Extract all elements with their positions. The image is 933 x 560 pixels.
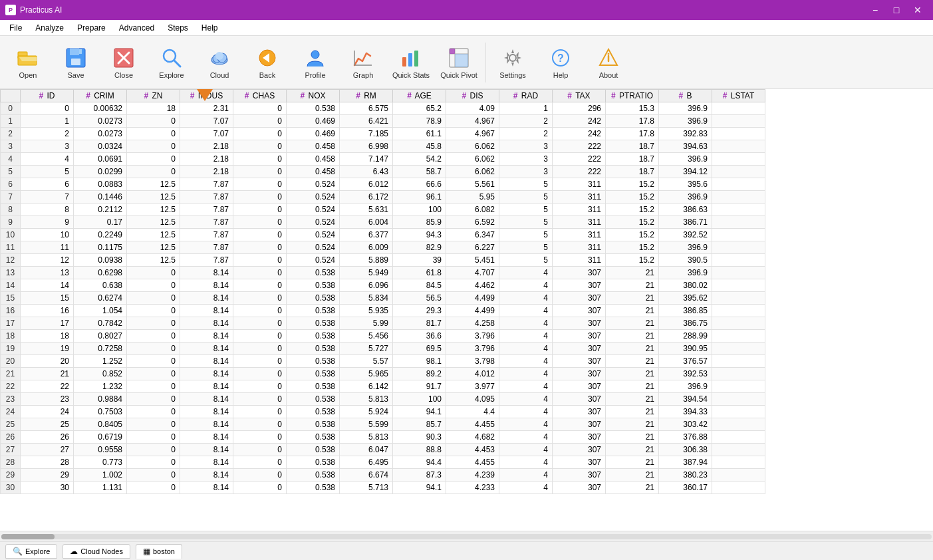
- row-index-cell: 22: [1, 380, 21, 393]
- menu-help[interactable]: Help: [195, 20, 225, 35]
- cell-indus: 7.87: [180, 204, 233, 216]
- menu-advanced[interactable]: Advanced: [112, 20, 161, 35]
- cell-indus: 8.14: [180, 279, 233, 292]
- cell-lstat: [712, 444, 765, 456]
- graph-label: Graph: [353, 71, 374, 79]
- col-header-ptratio[interactable]: # PTRATIO: [606, 90, 659, 102]
- hscrollbar[interactable]: [0, 531, 933, 541]
- col-header-dis[interactable]: # DIS: [446, 90, 499, 102]
- col-header-indus[interactable]: # INDUS: [180, 90, 233, 102]
- explore-button[interactable]: Explore: [149, 39, 194, 86]
- cell-zn: 12.5: [127, 216, 180, 229]
- profile-button[interactable]: Profile: [293, 39, 338, 86]
- cell-age: 66.6: [393, 178, 446, 191]
- col-header-tax[interactable]: # TAX: [553, 90, 606, 102]
- graph-button[interactable]: Graph: [340, 39, 386, 86]
- about-button[interactable]: About: [586, 39, 631, 86]
- cell-nox: 0.538: [287, 380, 340, 393]
- cell-b: 392.53: [659, 368, 712, 380]
- menu-analyze[interactable]: Analyze: [29, 20, 70, 35]
- cell-ptratio: 21: [606, 482, 659, 494]
- cell-chas: 0: [233, 216, 287, 229]
- close-button[interactable]: ✕: [908, 3, 928, 17]
- cell-lstat: [712, 380, 765, 393]
- settings-button[interactable]: Settings: [490, 39, 535, 86]
- col-header-lstat[interactable]: # LSTAT: [712, 90, 765, 102]
- titlebar: P Practicus AI − □ ✕: [0, 0, 933, 20]
- maximize-button[interactable]: □: [886, 3, 906, 17]
- table-row: 17170.784208.1400.5385.9981.74.258430721…: [1, 317, 765, 330]
- cell-lstat: [712, 229, 765, 241]
- cell-ptratio: 21: [606, 380, 659, 393]
- menu-file[interactable]: File: [3, 20, 29, 35]
- row-index-cell: 23: [1, 393, 21, 406]
- cell-rad: 4: [499, 368, 553, 380]
- col-header-crim[interactable]: # CRIM: [74, 90, 127, 102]
- table-row: 990.1712.57.8700.5246.00485.96.592531115…: [1, 216, 765, 229]
- table-row: 29291.00208.1400.5386.67487.34.239430721…: [1, 469, 765, 482]
- cell-age: 94.4: [393, 456, 446, 469]
- quickstats-button[interactable]: Quick Stats: [388, 39, 434, 86]
- col-header-zn[interactable]: # ZN: [127, 90, 180, 102]
- cell-nox: 0.458: [287, 166, 340, 178]
- cell-dis: 6.082: [446, 204, 499, 216]
- cell-rad: 4: [499, 431, 553, 444]
- cell-rad: 5: [499, 191, 553, 204]
- row-index-cell: 0: [1, 102, 21, 115]
- table-row: 000.00632182.3100.5386.57565.24.09129615…: [1, 102, 765, 115]
- table-row: 19190.725808.1400.5385.72769.53.79643072…: [1, 343, 765, 355]
- back-button[interactable]: Back: [245, 39, 290, 86]
- row-index-cell: 2: [1, 128, 21, 140]
- cell-tax: 307: [553, 343, 606, 355]
- col-header-rm[interactable]: # RM: [340, 90, 393, 102]
- col-header-chas[interactable]: # CHAS: [233, 90, 287, 102]
- quickpivot-button[interactable]: Quick Pivot: [436, 39, 481, 86]
- cloud-button[interactable]: Cloud: [197, 39, 242, 86]
- cell-age: 96.1: [393, 191, 446, 204]
- help-button[interactable]: ? Help: [538, 39, 583, 86]
- save-button[interactable]: Save: [53, 39, 98, 86]
- cell-zn: 0: [127, 317, 180, 330]
- close-btn[interactable]: Close: [101, 39, 146, 86]
- open-button[interactable]: Open: [5, 39, 51, 86]
- cell-id: 20: [21, 355, 74, 368]
- cell-zn: 18: [127, 102, 180, 115]
- cell-rad: 4: [499, 317, 553, 330]
- cell-b: 376.57: [659, 355, 712, 368]
- cell-chas: 0: [233, 393, 287, 406]
- col-header-rad[interactable]: # RAD: [499, 90, 553, 102]
- cell-rm: 5.57: [340, 355, 393, 368]
- cell-crim: 0.6274: [74, 292, 127, 305]
- table-scroll[interactable]: # ID # CRIM # ZN # INDUS # CHAS # NOX # …: [0, 89, 933, 531]
- col-header-id[interactable]: # ID: [21, 90, 74, 102]
- cell-rm: 5.813: [340, 431, 393, 444]
- cell-dis: 6.347: [446, 229, 499, 241]
- minimize-button[interactable]: −: [865, 3, 885, 17]
- col-header-nox[interactable]: # NOX: [287, 90, 340, 102]
- table-row: 12120.093812.57.8700.5245.889395.4515311…: [1, 254, 765, 267]
- col-header-age[interactable]: # AGE: [393, 90, 446, 102]
- menu-prepare[interactable]: Prepare: [70, 20, 112, 35]
- row-index-cell: 4: [1, 153, 21, 166]
- col-header-b[interactable]: # B: [659, 90, 712, 102]
- cell-chas: 0: [233, 102, 287, 115]
- cell-chas: 0: [233, 317, 287, 330]
- menu-steps[interactable]: Steps: [161, 20, 195, 35]
- tab-explore[interactable]: 🔍 Explore: [5, 544, 57, 559]
- cell-indus: 8.14: [180, 330, 233, 343]
- cell-lstat: [712, 241, 765, 254]
- scrollbar-thumb[interactable]: [1, 534, 55, 539]
- cell-rad: 4: [499, 456, 553, 469]
- cell-b: 306.38: [659, 444, 712, 456]
- row-index-cell: 18: [1, 330, 21, 343]
- cell-nox: 0.538: [287, 444, 340, 456]
- tab-cloud-nodes[interactable]: ☁ Cloud Nodes: [63, 544, 130, 559]
- cell-ptratio: 21: [606, 279, 659, 292]
- cell-tax: 307: [553, 380, 606, 393]
- cell-lstat: [712, 343, 765, 355]
- cell-lstat: [712, 456, 765, 469]
- cell-zn: 0: [127, 128, 180, 140]
- cell-dis: 6.227: [446, 241, 499, 254]
- scrollbar-track[interactable]: [1, 534, 932, 539]
- tab-boston[interactable]: ▦ boston: [136, 544, 182, 559]
